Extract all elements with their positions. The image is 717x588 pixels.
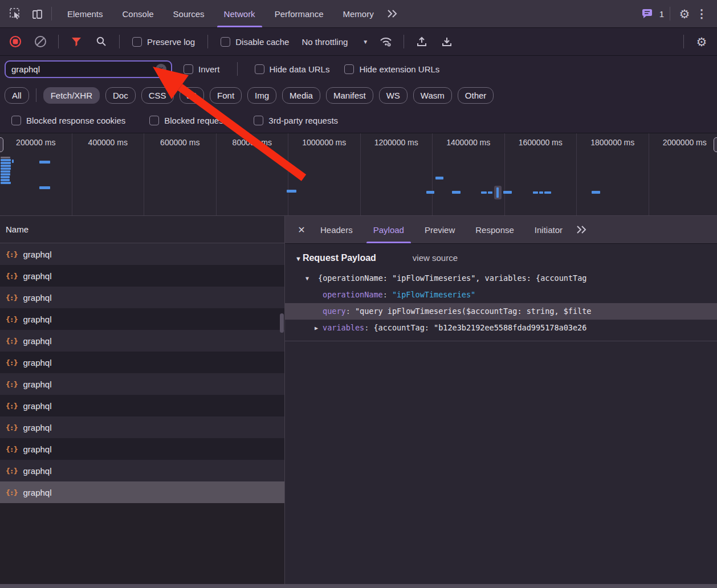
hide-extension-urls-control[interactable]: Hide extension URLs [344, 64, 439, 74]
clear-network-log-icon[interactable] [32, 33, 49, 50]
network-settings-gear-icon[interactable]: ⚙ [693, 33, 710, 50]
issues-message-icon[interactable] [639, 5, 656, 22]
request-row[interactable]: {:}graphql [0, 395, 284, 416]
tab-headers[interactable]: Headers [320, 216, 353, 243]
request-row[interactable]: {:}graphql [0, 243, 284, 265]
chip-fetch-xhr[interactable]: Fetch/XHR [43, 87, 100, 104]
filter-input[interactable] [10, 64, 156, 75]
timeline-right-handle[interactable] [714, 137, 717, 152]
request-row[interactable]: {:}graphql [0, 330, 284, 352]
throttling-dropdown[interactable]: No throttling ▼ [302, 37, 368, 47]
tab-network[interactable]: Network [224, 0, 255, 27]
scrollbar-thumb[interactable] [280, 313, 284, 333]
request-row-selected[interactable]: {:}graphql [0, 481, 284, 503]
request-row[interactable]: {:}graphql [0, 265, 284, 287]
hide-data-urls-control[interactable]: Hide data URLs [255, 64, 330, 74]
chip-ws[interactable]: WS [379, 87, 408, 104]
inspect-element-icon[interactable] [7, 5, 24, 22]
blocked-cookies-checkbox[interactable] [11, 116, 21, 125]
chip-img[interactable]: Img [247, 87, 276, 104]
hide-extension-urls-checkbox[interactable] [344, 64, 354, 74]
third-party-requests-control[interactable]: 3rd-party requests [254, 116, 338, 125]
chip-wasm[interactable]: Wasm [413, 87, 452, 104]
blocked-requests-control[interactable]: Blocked requests [149, 116, 230, 125]
request-row[interactable]: {:}graphql [0, 438, 284, 460]
blocked-cookies-control[interactable]: Blocked response cookies [11, 116, 125, 125]
name-column-header[interactable]: Name [0, 216, 284, 243]
import-har-icon[interactable] [413, 33, 430, 50]
timeline-bar [435, 177, 443, 179]
tab-performance[interactable]: Performance [275, 0, 324, 27]
filter-funnel-icon[interactable] [68, 33, 85, 50]
blocked-requests-checkbox[interactable] [149, 116, 159, 125]
filter-input-box[interactable]: ✕ [5, 60, 172, 78]
request-row[interactable]: {:}graphql [0, 308, 284, 330]
disable-cache-checkbox[interactable] [221, 37, 230, 47]
chip-media[interactable]: Media [282, 87, 320, 104]
timeline-bar [1, 170, 10, 173]
third-party-requests-label: 3rd-party requests [268, 116, 338, 125]
clear-filter-icon[interactable]: ✕ [156, 64, 166, 75]
request-row[interactable]: {:}graphql [0, 460, 284, 481]
request-row[interactable]: {:}graphql [0, 287, 284, 308]
tab-response[interactable]: Response [475, 216, 514, 243]
network-overview-timeline[interactable]: 200000 ms 400000 ms 600000 ms 800000 ms … [0, 133, 717, 216]
chip-all[interactable]: All [5, 87, 29, 104]
tab-preview[interactable]: Preview [425, 216, 455, 243]
timeline-left-handle[interactable] [0, 137, 3, 152]
chip-js[interactable]: JS [180, 87, 205, 104]
main-menu-dots-icon[interactable]: ⋮ [693, 5, 710, 22]
tab-elements[interactable]: Elements [67, 0, 103, 27]
chip-other[interactable]: Other [458, 87, 494, 104]
tab-sources[interactable]: Sources [173, 0, 205, 27]
tab-payload[interactable]: Payload [373, 216, 404, 243]
request-name: graphql [23, 488, 51, 497]
export-har-icon[interactable] [438, 33, 455, 50]
chip-doc[interactable]: Doc [105, 87, 136, 104]
network-conditions-icon[interactable] [377, 33, 394, 50]
device-toolbar-icon[interactable] [28, 5, 46, 22]
timeline-bar [1, 159, 11, 161]
view-source-link[interactable]: view source [413, 253, 458, 263]
search-icon[interactable] [93, 33, 110, 50]
settings-gear-icon[interactable]: ⚙ [676, 5, 693, 22]
more-tabs-icon[interactable] [384, 5, 401, 22]
chip-font[interactable]: Font [210, 87, 242, 104]
blocked-filters-row: Blocked response cookies Blocked request… [0, 108, 717, 133]
invert-checkbox[interactable] [184, 64, 193, 74]
payload-operation-row[interactable]: operationName: "ipFlowTimeseries" [285, 287, 717, 303]
tab-initiator[interactable]: Initiator [535, 216, 563, 243]
timeline-bar [39, 161, 50, 164]
disable-cache-control[interactable]: Disable cache [221, 37, 289, 47]
request-row[interactable]: {:}graphql [0, 373, 284, 395]
json-icon: {:} [6, 337, 17, 345]
payload-variables-row[interactable]: ▶ variables: {accountTag: "b12e3b2192ee5… [285, 320, 717, 336]
payload-root-row[interactable]: ▼ {operationName: "ipFlowTimeseries", va… [285, 270, 717, 287]
close-details-icon[interactable]: ✕ [293, 221, 310, 238]
chip-css[interactable]: CSS [141, 87, 174, 104]
chip-manifest[interactable]: Manifest [326, 87, 373, 104]
preserve-log-checkbox[interactable] [132, 37, 142, 47]
tab-memory[interactable]: Memory [343, 0, 374, 27]
timeline-bar [592, 191, 600, 194]
expand-triangle-icon[interactable]: ▼ [305, 270, 309, 287]
network-main-split: Name {:}graphql {:}graphql {:}graphql {:… [0, 216, 717, 584]
request-list-scrollbar[interactable] [280, 244, 284, 584]
issues-count[interactable]: 1 [659, 9, 664, 19]
hide-data-urls-checkbox[interactable] [255, 64, 264, 74]
payload-value: "query ipFlowTimeseries($accountTag: str… [355, 307, 592, 316]
request-row[interactable]: {:}graphql [0, 416, 284, 438]
payload-query-row[interactable]: query: "query ipFlowTimeseries($accountT… [285, 303, 717, 320]
devtools-tabbar: Elements Console Sources Network Perform… [0, 0, 717, 28]
window-bottom-scrollbar[interactable] [0, 584, 717, 588]
record-network-log-icon[interactable] [7, 33, 24, 50]
tab-console[interactable]: Console [123, 0, 154, 27]
request-row[interactable]: {:}graphql [0, 352, 284, 373]
blocked-requests-label: Blocked requests [164, 116, 230, 125]
preserve-log-control[interactable]: Preserve log [132, 37, 195, 47]
more-detail-tabs-icon[interactable] [573, 221, 590, 238]
expand-triangle-icon[interactable]: ▶ [315, 320, 318, 336]
collapse-triangle-icon[interactable]: ▼ [295, 255, 302, 262]
third-party-requests-checkbox[interactable] [254, 116, 263, 125]
invert-control[interactable]: Invert [184, 64, 220, 74]
